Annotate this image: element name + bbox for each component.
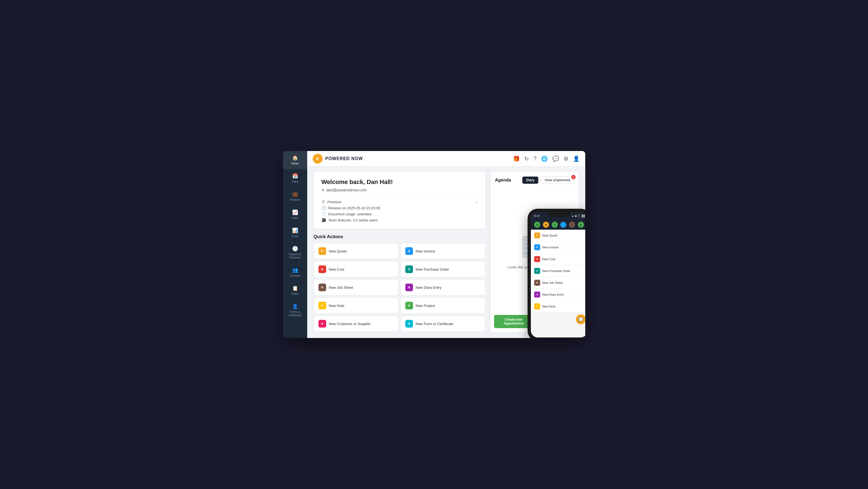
new-job-sheet-icon: + — [318, 284, 326, 291]
new-project-button[interactable]: + New Project — [401, 297, 485, 314]
sidebar-item-reports[interactable]: 🕐 Reports & Finances — [283, 242, 307, 263]
sidebar-item-contacts[interactable]: 👥 Contacts — [283, 263, 307, 281]
new-quote-button[interactable]: + New Quote — [314, 243, 398, 259]
phone-notch — [548, 212, 570, 217]
diary-icon: 📅 — [292, 173, 298, 179]
phone-time: 15:23 — [534, 214, 540, 217]
diary-tab[interactable]: Diary — [522, 177, 538, 184]
phone-status-icons: ▲ ◆ ⬛ ▐▐ — [571, 214, 584, 217]
team-row: 🎥 Team features: 1/1 active users — [321, 218, 477, 222]
gift-icon[interactable]: 🎁 — [513, 155, 520, 162]
phone-nav-settings-icon[interactable]: ⚙ — [578, 222, 584, 228]
new-form-icon: + — [405, 320, 413, 327]
phone-new-cost-icon: + — [534, 256, 540, 262]
agenda-title: Agenda — [495, 178, 520, 183]
expand-arrow-icon[interactable]: › — [476, 200, 477, 205]
phone-list-item[interactable]: + New Invoice — [531, 241, 585, 253]
welcome-title: Welcome back, Dan Hall! — [321, 178, 477, 185]
phone-nav-share-icon[interactable]: ⇧ — [569, 222, 575, 228]
phone-nav-bar: ☰ e ↻ 🌐 ⇧ ⚙ — [531, 220, 585, 230]
new-invoice-icon: + — [405, 247, 413, 255]
sidebar-item-costs[interactable]: 📊 Costs — [283, 224, 307, 242]
left-panel: Welcome back, Dan Hall! ✈ dan@powerednow… — [314, 172, 485, 333]
phone-nav-globe-icon[interactable]: 🌐 — [560, 222, 566, 228]
projects-icon: 💼 — [292, 191, 298, 197]
unplanned-badge: 0 — [571, 175, 576, 179]
chat-icon[interactable]: 💬 — [552, 155, 559, 162]
phone-mockup: 15:23 ▲ ◆ ⬛ ▐▐ ☰ e ↻ 🌐 ⇧ ⚙ + New Quote + — [528, 209, 585, 338]
refresh-icon[interactable]: ↻ — [524, 155, 529, 162]
user-icon[interactable]: 👤 — [573, 155, 580, 162]
new-invoice-button[interactable]: + New Invoice — [401, 243, 485, 259]
sidebar-item-projects[interactable]: 💼 Projects — [283, 187, 307, 205]
new-note-button[interactable]: + New Note — [314, 297, 398, 314]
sidebar-item-notes[interactable]: 📋 Notes — [283, 281, 307, 299]
new-note-icon: + — [318, 302, 326, 309]
plan-row: 🗓 Premium — [321, 200, 477, 204]
forms-icon: 👤 — [292, 304, 298, 309]
email-icon: ✈ — [321, 188, 325, 192]
phone-nav-menu-icon[interactable]: ☰ — [534, 222, 540, 228]
new-cost-icon: + — [318, 265, 326, 273]
sidebar-item-diary[interactable]: 📅 Diary — [283, 169, 307, 187]
logo-area: e POWERED NOW — [313, 154, 363, 164]
notes-icon: 📋 — [292, 285, 298, 291]
home-icon: 🏠 — [292, 155, 298, 161]
agenda-tabs: Diary View Unplanned 0 — [522, 176, 574, 184]
new-quote-icon: + — [318, 247, 326, 255]
new-cost-button[interactable]: + New Cost — [314, 261, 398, 277]
agenda-header: Agenda Diary View Unplanned 0 — [491, 172, 579, 187]
doc-icon: 📄 — [321, 212, 326, 216]
phone-new-quote-icon: + — [534, 232, 540, 238]
phone-list-item[interactable]: + New Note — [531, 300, 585, 312]
settings-icon[interactable]: ⚙ — [563, 155, 568, 162]
logo-icon: e — [313, 154, 322, 164]
reports-icon: 🕐 — [292, 246, 298, 252]
new-purchase-order-icon: + — [405, 265, 413, 273]
phone-list-item[interactable]: + New Diary Entry — [531, 289, 585, 300]
phone-nav-refresh-icon[interactable]: ↻ — [552, 222, 558, 228]
plan-icon: 🗓 — [321, 200, 325, 204]
renew-row: 🕐 Renews on 2025-05-18 15:23:00 — [321, 206, 477, 210]
sales-icon: 📈 — [292, 209, 298, 215]
phone-new-po-icon: + — [534, 268, 540, 274]
new-purchase-order-button[interactable]: + New Purchase Order — [401, 261, 485, 277]
sidebar-item-forms[interactable]: 👤 Forms & Certificates — [283, 299, 307, 321]
phone-new-diary-icon: + — [534, 291, 540, 297]
globe-icon[interactable]: 🌐 — [541, 155, 548, 162]
phone-list-item[interactable]: + New Job Sheet — [531, 277, 585, 289]
help-icon[interactable]: ? — [533, 155, 536, 162]
new-customer-supplier-button[interactable]: + New Customer or Supplier — [314, 316, 398, 332]
doc-row: 📄 Document usage: unlimited — [321, 212, 477, 216]
phone-new-invoice-icon: + — [534, 244, 540, 250]
subscription-info: › 🗓 Premium 🕐 Renews on 2025-05-18 15:23… — [321, 200, 477, 222]
quick-actions-title: Quick Actions — [314, 234, 485, 239]
new-diary-entry-icon: + — [405, 284, 413, 291]
team-icon: 🎥 — [321, 218, 326, 222]
costs-icon: 📊 — [292, 227, 298, 233]
phone-new-job-icon: + — [534, 280, 540, 286]
topbar-icons: 🎁 ↻ ? 🌐 💬 ⚙ 👤 — [513, 155, 580, 162]
sidebar-item-home[interactable]: 🏠 Home — [283, 151, 307, 169]
topbar: e POWERED NOW 🎁 ↻ ? 🌐 💬 ⚙ 👤 — [307, 151, 585, 166]
phone-new-note-icon: + — [534, 304, 540, 309]
new-customer-icon: + — [318, 320, 326, 327]
new-job-sheet-button[interactable]: + New Job Sheet — [314, 280, 398, 295]
chat-bubble-button[interactable]: 💬 — [576, 314, 585, 324]
phone-nav-logo-icon: e — [543, 222, 549, 228]
unplanned-tab[interactable]: View Unplanned 0 — [540, 176, 574, 184]
phone-list-item[interactable]: + New Purchase Order — [531, 265, 585, 277]
quick-actions-section: Quick Actions + New Quote + New Invoice … — [314, 234, 485, 332]
sidebar-item-sales[interactable]: 📈 Sales — [283, 205, 307, 224]
welcome-card: Welcome back, Dan Hall! ✈ dan@powerednow… — [314, 172, 485, 229]
phone-list-item[interactable]: + New Cost — [531, 253, 585, 265]
welcome-email: ✈ dan@powerednow.com — [321, 188, 477, 192]
divider — [321, 197, 477, 197]
renew-icon: 🕐 — [321, 206, 326, 210]
new-form-certificate-button[interactable]: + New Form or Certificate — [401, 316, 485, 332]
logo-text: POWERED NOW — [325, 156, 363, 161]
new-project-icon: + — [405, 302, 413, 309]
phone-list-item[interactable]: + New Quote — [531, 230, 585, 241]
new-diary-entry-button[interactable]: + New Diary Entry — [401, 280, 485, 295]
contacts-icon: 👥 — [292, 267, 298, 273]
